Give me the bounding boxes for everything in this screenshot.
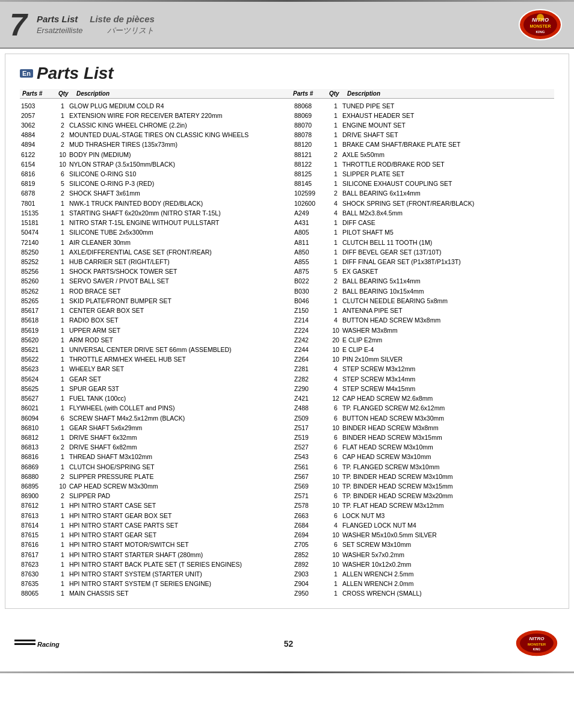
cell-desc: BODY PIN (MEDIUM): [69, 150, 280, 159]
cell-desc: CLUTCH BELL 11 TOOTH (1M): [342, 238, 553, 247]
table-row: 88065 1 MAIN CHASSIS SET: [20, 589, 281, 599]
cell-qty: 1: [329, 218, 342, 227]
cell-desc: TP. FLANGED SCREW M3x10mm: [342, 463, 553, 472]
cell-qty: 1: [56, 238, 69, 247]
table-row: 87612 1 HPI NITRO START CASE SET: [20, 501, 281, 511]
main-content: En Parts List Parts # Qty Description Pa…: [5, 54, 569, 609]
cell-qty: 10: [56, 150, 69, 159]
cell-qty: 4: [329, 375, 342, 384]
cell-desc: HPI NITRO START STARTER SHAFT (280mm): [69, 551, 280, 560]
cell-part: 86895: [21, 482, 56, 491]
cell-desc: ROD BRACE SET: [69, 287, 280, 296]
cell-part: Z684: [294, 521, 329, 530]
table-row: A855 1 DIFF FINAL GEAR SET (P1x38T/P1x13…: [293, 258, 554, 267]
cell-qty: 1: [56, 336, 69, 345]
table-row: 85624 1 GEAR SET: [20, 374, 281, 384]
cell-qty: 10: [329, 531, 342, 540]
cell-qty: 6: [56, 170, 69, 179]
cell-part: 87612: [21, 501, 56, 510]
cell-desc: SILICONE O-RING P-3 (RED): [69, 179, 280, 188]
table-row: Z282 4 STEP SCREW M3x14mm: [293, 374, 554, 384]
cell-desc: SPUR GEAR 53T: [69, 384, 280, 393]
cell-desc: TP. FLAT HEAD SCREW M3x12mm: [342, 501, 553, 510]
table-row: Z663 6 LOCK NUT M3: [293, 511, 554, 520]
table-row: A875 5 EX GASKET: [293, 267, 554, 277]
page-number: 52: [284, 639, 294, 649]
cell-desc: GEAR SHAFT 5x6x29mm: [69, 424, 280, 433]
cell-part: 85617: [21, 306, 56, 315]
cell-part: Z519: [294, 433, 329, 442]
cell-desc: HPI NITRO START MOTOR/SWITCH SET: [69, 540, 280, 549]
svg-text:NITRO: NITRO: [529, 636, 545, 641]
table-row: 86900 2 SLIPPER PAD: [20, 492, 281, 501]
table-row: 85260 1 SERVO SAVER / PIVOT BALL SET: [20, 277, 281, 286]
table-row: Z903 1 ALLEN WRENCH 2.5mm: [293, 570, 554, 579]
cell-desc: FLAT HEAD SCREW M3x10mm: [342, 443, 553, 452]
table-row: 86094 6 SCREW SHAFT M4x2.5x12mm (BLACK): [20, 413, 281, 423]
cell-part: 87614: [21, 521, 56, 530]
table-row: 102600 4 SHOCK SPRING SET (FRONT/REAR/BL…: [293, 199, 554, 208]
cell-part: 85252: [21, 258, 56, 267]
cell-qty: 1: [56, 326, 69, 335]
table-row: 3062 2 CLASSIC KING WHEEL CHROME (2.2in): [20, 120, 281, 130]
cell-qty: 2: [56, 131, 69, 140]
col-header-qty-left: Qty: [58, 90, 76, 97]
cell-desc: RADIO BOX SET: [69, 316, 280, 325]
cell-desc: WHEELY BAR SET: [69, 365, 280, 374]
cell-desc: HPI NITRO START SYSTEM (STARTER UNIT): [69, 570, 280, 579]
cell-qty: 1: [56, 345, 69, 354]
cell-desc: WASHER M3x8mm: [342, 326, 553, 335]
cell-desc: EXTENSION WIRE FOR RECEIVER BATERY 220mm: [69, 111, 280, 120]
cell-desc: GEAR SET: [69, 375, 280, 384]
cell-part: 85260: [21, 277, 56, 286]
cell-part: Z214: [294, 316, 329, 325]
cell-desc: WASHER 10x12x0.2mm: [342, 560, 553, 569]
cell-desc: THREAD SHAFT M3x102mm: [69, 452, 280, 461]
cell-part: Z281: [294, 365, 329, 374]
cell-part: 3062: [21, 121, 56, 130]
hpi-logo-svg: Racing: [14, 635, 63, 653]
cell-part: Z244: [294, 345, 329, 354]
cell-qty: 2: [329, 189, 342, 198]
cell-qty: 1: [56, 433, 69, 442]
table-row: 4894 2 MUD THRASHER TIRES (135x73mm): [20, 140, 281, 150]
cell-qty: 2: [329, 150, 342, 159]
cell-qty: 10: [56, 482, 69, 491]
cell-qty: 1: [56, 102, 69, 111]
table-row: 7801 1 NWK-1 TRUCK PAINTED BODY (RED/BLA…: [20, 199, 281, 208]
cell-part: 6154: [21, 160, 56, 169]
table-row: Z242 20 E CLIP E2mm: [293, 335, 554, 345]
cell-part: 88069: [294, 111, 329, 120]
table-row: Z488 6 TP. FLANGED SCREW M2.6x12mm: [293, 404, 554, 413]
cell-part: Z290: [294, 384, 329, 393]
cell-part: B046: [294, 297, 329, 306]
table-row: 87623 1 HPI NITRO START BACK PLATE SET (…: [20, 560, 281, 569]
cell-part: Z892: [294, 560, 329, 569]
parts-list-heading: En Parts List: [20, 64, 554, 83]
cell-qty: 2: [56, 472, 69, 481]
cell-part: 87630: [21, 570, 56, 579]
header-title-en: Parts List: [37, 14, 78, 24]
table-row: 86869 1 CLUTCH SHOE/SPRING SET: [20, 462, 281, 472]
cell-part: 86813: [21, 443, 56, 452]
cell-desc: BINDER HEAD SCREW M3x8mm: [342, 424, 553, 433]
cell-part: 88122: [294, 160, 329, 169]
table-row: Z519 6 BINDER HEAD SCREW M3x15mm: [293, 433, 554, 442]
cell-part: A811: [294, 238, 329, 247]
table-row: 6816 6 SILICONE O-RING S10: [20, 170, 281, 179]
cell-desc: WASHER 5x7x0.2mm: [342, 551, 553, 560]
cell-part: 102599: [294, 189, 329, 198]
cell-desc: BUTTON HEAD SCREW M3x8mm: [342, 316, 553, 325]
cell-qty: 10: [329, 355, 342, 364]
header-title-fr: Liste de pièces: [90, 14, 155, 24]
svg-text:MONSTER: MONSTER: [528, 643, 546, 646]
table-row: 86816 1 THREAD SHAFT M3x102mm: [20, 452, 281, 462]
cell-desc: CAP HEAD SCREW M3x30mm: [69, 482, 280, 491]
table-row: 85621 1 UNIVERSAL CENTER DRIVE SET 66mm …: [20, 345, 281, 354]
table-row: A850 1 DIFF BEVEL GEAR SET (13T/10T): [293, 247, 554, 257]
footer-nitro-logo: NITRO MONSTER KING: [514, 628, 560, 659]
cell-part: 87623: [21, 560, 56, 569]
cell-qty: 2: [56, 121, 69, 130]
table-row: 88145 1 SILICONE EXHAUST COUPLING SET: [293, 179, 554, 189]
cell-part: Z264: [294, 355, 329, 364]
